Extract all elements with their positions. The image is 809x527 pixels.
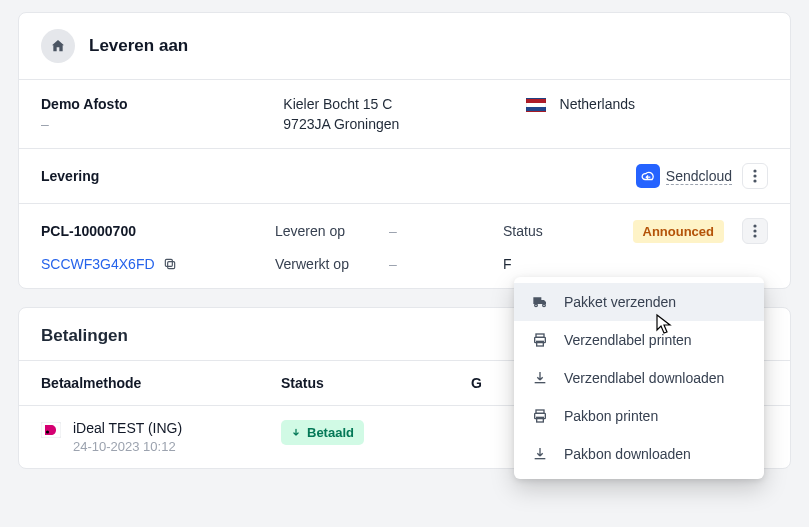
truck-icon: [532, 294, 548, 310]
provider-name: Sendcloud: [666, 168, 732, 185]
menu-label: Verzendlabel downloaden: [564, 370, 724, 386]
download-icon: [532, 446, 548, 462]
menu-item-pakbon-printen[interactable]: Pakbon printen: [514, 397, 764, 435]
print-icon: [532, 408, 548, 424]
deliver-header: Leveren aan: [19, 13, 790, 79]
payment-method-name: iDeal TEST (ING): [73, 420, 182, 436]
deliver-card: Leveren aan Demo Afosto – Kieler Bocht 1…: [18, 12, 791, 289]
menu-label: Pakbon printen: [564, 408, 658, 424]
status-badge: Announced: [633, 220, 725, 243]
address-row: Demo Afosto – Kieler Bocht 15 C 9723JA G…: [19, 80, 790, 148]
menu-item-pakbon-downloaden[interactable]: Pakbon downloaden: [514, 435, 764, 473]
tracking-code: SCCWF3G4X6FD: [41, 256, 155, 272]
copy-icon[interactable]: [163, 257, 177, 271]
deliver-on-label: Leveren op: [275, 223, 385, 239]
svg-point-0: [753, 169, 756, 172]
menu-item-verzendlabel-downloaden[interactable]: Verzendlabel downloaden: [514, 359, 764, 397]
svg-rect-6: [167, 262, 174, 269]
shipment-more-button[interactable]: [742, 218, 768, 244]
customer-name: Demo Afosto: [41, 96, 283, 112]
svg-point-10: [535, 304, 538, 307]
col-method: Betaalmethode: [41, 375, 281, 391]
menu-label: Verzendlabel printen: [564, 332, 692, 348]
country-col: Netherlands: [526, 96, 768, 132]
processed-on-label: Verwerkt op: [275, 256, 385, 272]
tracking-link[interactable]: SCCWF3G4X6FD: [41, 256, 271, 272]
deliver-title: Leveren aan: [89, 36, 188, 56]
arrow-down-icon: [291, 428, 301, 438]
deliver-on-value: –: [389, 223, 499, 239]
print-icon: [532, 332, 548, 348]
menu-label: Pakbon downloaden: [564, 446, 691, 462]
processed-on-value: –: [389, 256, 499, 272]
country-name: Netherlands: [560, 96, 636, 112]
svg-point-5: [753, 234, 756, 237]
ideal-icon: [41, 420, 61, 440]
address-line-1: Kieler Bocht 15 C: [283, 96, 525, 112]
menu-item-verzendlabel-printen[interactable]: Verzendlabel printen: [514, 321, 764, 359]
menu-label: Pakket verzenden: [564, 294, 676, 310]
customer-sub: –: [41, 116, 283, 132]
customer-col: Demo Afosto –: [41, 96, 283, 132]
payment-date: 24-10-2023 10:12: [73, 439, 182, 454]
shipment-ref: PCL-10000700: [41, 223, 271, 239]
svg-point-9: [46, 430, 49, 433]
home-icon: [41, 29, 75, 63]
svg-point-2: [753, 179, 756, 182]
levering-label: Levering: [41, 168, 99, 184]
levering-header: Levering Sendcloud: [19, 149, 790, 203]
download-icon: [532, 370, 548, 386]
menu-item-pakket-verzenden[interactable]: Pakket verzenden: [514, 283, 764, 321]
status-cell: Announced: [587, 220, 724, 243]
paid-badge: Betaald: [281, 420, 364, 445]
shipment-detail: PCL-10000700 Leveren op – Status Announc…: [19, 204, 790, 278]
svg-point-3: [753, 224, 756, 227]
svg-point-4: [753, 229, 756, 232]
svg-rect-7: [165, 259, 172, 266]
flag-nl-icon: [526, 98, 546, 112]
address-col: Kieler Bocht 15 C 9723JA Groningen: [283, 96, 525, 132]
svg-point-11: [543, 304, 546, 307]
cloud-icon: [636, 164, 660, 188]
shipment-actions-menu: Pakket verzenden Verzendlabel printen Ve…: [514, 277, 764, 479]
status-label: Status: [503, 223, 583, 239]
levering-more-button[interactable]: [742, 163, 768, 189]
provider-chip[interactable]: Sendcloud: [636, 164, 732, 188]
address-line-2: 9723JA Groningen: [283, 116, 525, 132]
svg-point-1: [753, 174, 756, 177]
col-status: Status: [281, 375, 471, 391]
cutoff-text: F: [503, 256, 583, 272]
